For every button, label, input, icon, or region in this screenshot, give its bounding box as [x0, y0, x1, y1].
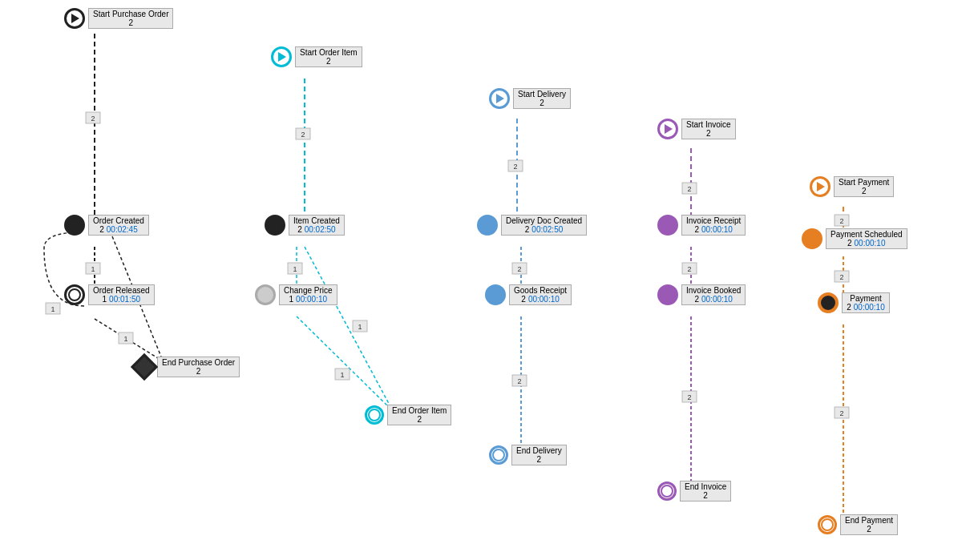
time-badge: 00:02:50: [531, 225, 563, 234]
invoice-receipt-icon: [657, 215, 678, 236]
count-badge: 2: [862, 187, 867, 195]
svg-text:2: 2: [687, 265, 691, 273]
end-purchase-order-icon: [131, 353, 158, 381]
end-invoice-node: End Invoice 2: [657, 481, 731, 502]
label-text: Start Purchase Order: [93, 10, 168, 18]
count-badge: 2: [867, 525, 871, 534]
label-text: End Payment: [845, 516, 893, 525]
count-badge: 2: [703, 491, 708, 500]
start-payment-node: Start Payment 2: [810, 176, 894, 197]
label-text: Change Price: [284, 286, 333, 295]
order-released-label: Order Released 1 00:01:50: [88, 284, 155, 305]
count-badge: 2: [537, 455, 542, 464]
connection-lines: 2 1 2 1 1 1 2 2 2 2 2 2: [0, 0, 974, 560]
svg-rect-23: [288, 263, 302, 274]
end-delivery-label: End Delivery 2: [511, 445, 567, 465]
svg-rect-41: [835, 215, 849, 226]
end-delivery-node: End Delivery 2: [489, 445, 567, 465]
item-created-icon: [265, 215, 285, 236]
svg-rect-25: [353, 320, 367, 332]
order-created-node: Order Created 2 00:02:45: [64, 215, 149, 236]
count-badge: 2: [417, 415, 422, 424]
svg-text:2: 2: [687, 185, 691, 193]
end-order-item-node: End Order Item 2: [365, 405, 451, 425]
label-text: Start Payment: [839, 178, 889, 187]
label-text: End Invoice: [685, 482, 726, 491]
count-badge: 2: [99, 225, 104, 234]
count-badge: 2: [540, 99, 544, 107]
time-badge: 00:02:50: [305, 225, 336, 234]
label-text: Invoice Receipt: [686, 216, 741, 225]
label-text: Start Delivery: [518, 90, 566, 99]
invoice-receipt-label: Invoice Receipt 2 00:00:10: [681, 215, 746, 236]
svg-rect-43: [835, 271, 849, 282]
end-invoice-icon: [657, 481, 677, 501]
start-order-item-icon: [271, 46, 292, 67]
count-badge: 2: [326, 57, 331, 66]
start-delivery-icon: [489, 88, 510, 109]
goods-receipt-node: Goods Receipt 2 00:00:10: [485, 284, 572, 305]
time-badge: 00:00:10: [701, 295, 733, 304]
count-badge: 2: [706, 129, 711, 138]
end-payment-node: End Payment 2: [818, 514, 898, 535]
end-invoice-label: End Invoice 2: [680, 481, 731, 502]
label-text: Start Invoice: [686, 120, 731, 129]
payment-scheduled-label: Payment Scheduled 2 00:00:10: [826, 228, 907, 249]
svg-text:2: 2: [687, 393, 691, 401]
label-text: End Order Item: [392, 406, 447, 415]
start-delivery-label: Start Delivery 2: [513, 88, 571, 109]
svg-line-6: [305, 247, 393, 411]
svg-text:2: 2: [301, 131, 305, 139]
start-purchase-order-label: Start Purchase Order 2: [88, 8, 173, 29]
svg-rect-19: [86, 263, 100, 274]
svg-text:1: 1: [123, 335, 127, 343]
invoice-booked-node: Invoice Booked 2 00:00:10: [657, 284, 746, 305]
end-order-item-label: End Order Item 2: [387, 405, 451, 425]
change-price-icon: [255, 284, 276, 305]
start-purchase-order-node: Start Purchase Order 2: [64, 8, 173, 29]
svg-text:1: 1: [293, 265, 297, 273]
process-canvas: 2 1 2 1 1 1 2 2 2 2 2 2: [0, 0, 974, 560]
svg-text:2: 2: [91, 115, 95, 123]
end-purchase-order-label: End Purchase Order 2: [157, 357, 240, 377]
time-badge: 00:01:50: [109, 295, 140, 304]
label-text: Invoice Booked: [686, 286, 741, 295]
start-delivery-node: Start Delivery 2: [489, 88, 571, 109]
svg-line-2: [95, 319, 164, 362]
svg-rect-17: [86, 112, 100, 123]
delivery-doc-created-icon: [477, 215, 498, 236]
count-badge: 2: [128, 18, 133, 27]
invoice-booked-label: Invoice Booked 2 00:00:10: [681, 284, 746, 305]
invoice-receipt-node: Invoice Receipt 2 00:00:10: [657, 215, 746, 236]
svg-rect-27: [335, 369, 350, 380]
svg-text:1: 1: [51, 305, 55, 313]
count-badge: 1: [289, 295, 294, 304]
svg-rect-33: [512, 375, 527, 386]
payment-label: Payment 2 00:00:10: [842, 292, 890, 313]
end-purchase-order-node: End Purchase Order 2: [135, 357, 240, 377]
count-badge: 2: [525, 225, 530, 234]
order-released-icon: [64, 284, 85, 305]
label-text: Payment: [847, 294, 885, 303]
goods-receipt-icon: [485, 284, 506, 305]
time-badge: 00:00:10: [854, 303, 885, 312]
label-text: Order Created: [93, 216, 144, 225]
delivery-doc-created-label: Delivery Doc Created 2 00:02:50: [501, 215, 587, 236]
time-badge: 00:00:10: [701, 225, 733, 234]
label-text: Payment Scheduled: [831, 230, 903, 239]
svg-rect-31: [512, 263, 527, 274]
count-badge: 2: [521, 295, 526, 304]
start-invoice-node: Start Invoice 2: [657, 119, 736, 139]
start-order-item-label: Start Order Item 2: [295, 46, 362, 67]
start-invoice-label: Start Invoice 2: [681, 119, 736, 139]
svg-text:2: 2: [839, 273, 843, 281]
svg-rect-39: [682, 391, 697, 402]
start-payment-label: Start Payment 2: [834, 176, 894, 197]
svg-rect-35: [682, 183, 697, 194]
label-text: Start Order Item: [300, 48, 358, 57]
svg-rect-51: [119, 332, 133, 344]
svg-rect-29: [508, 160, 523, 171]
svg-text:2: 2: [513, 163, 517, 171]
end-payment-icon: [818, 515, 837, 534]
label-text: Goods Receipt: [514, 286, 567, 295]
